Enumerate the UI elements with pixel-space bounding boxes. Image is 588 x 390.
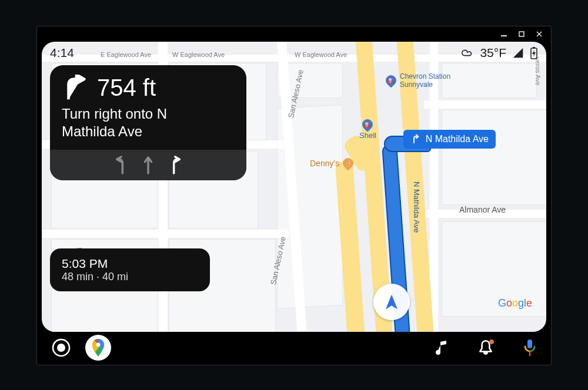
- voice-assistant-button[interactable]: [523, 338, 537, 357]
- temperature: 35°F: [480, 46, 506, 60]
- cell-signal-icon: [512, 47, 524, 59]
- clock: 4:14: [50, 46, 74, 60]
- circle-target-icon: [51, 338, 71, 358]
- eta-card[interactable]: 5:03 PM 48 min · 40 mi: [50, 248, 210, 291]
- gas-pin-icon: ⛽: [383, 73, 398, 88]
- status-bar: 4:14 35°F: [42, 42, 546, 64]
- poi-shell[interactable]: ⛽ Shell: [359, 119, 376, 140]
- lane-left-icon: [112, 155, 128, 175]
- eta-detail: 48 min · 40 mi: [62, 271, 198, 283]
- svg-point-5: [57, 344, 65, 352]
- distance: 754 ft: [97, 75, 156, 101]
- svg-point-6: [96, 343, 101, 347]
- road-label-mathilda: N Mathilda Ave: [412, 181, 421, 233]
- instruction-line1: Turn right onto N: [62, 105, 235, 123]
- svg-rect-3: [533, 47, 535, 49]
- poi-dennys[interactable]: Denny's 🍴: [310, 158, 353, 169]
- poi-shell-label: Shell: [359, 131, 376, 140]
- close-button[interactable]: [531, 28, 547, 40]
- current-location-cursor[interactable]: [373, 284, 410, 320]
- lane-straight-icon: [141, 155, 156, 175]
- content-area: E Eaglewood Ave W Eaglewood Ave W Eaglew…: [42, 42, 546, 332]
- navigation-arrow-icon: [383, 293, 400, 311]
- battery-icon: [530, 46, 538, 59]
- lane-guidance: [50, 150, 246, 180]
- maximize-button[interactable]: [513, 28, 530, 40]
- poi-chevron[interactable]: ⛽ Chevron Station Sunnyvale: [386, 72, 455, 89]
- notifications-button[interactable]: [478, 339, 493, 357]
- google-maps-icon: [91, 339, 105, 357]
- lane-right-icon: [169, 155, 184, 175]
- maps-app-button[interactable]: [85, 335, 111, 361]
- current-street-pill[interactable]: N Mathilda Ave: [403, 130, 496, 149]
- svg-rect-7: [527, 339, 532, 348]
- eta-arrival: 5:03 PM: [62, 257, 198, 271]
- instruction-line2: Mathilda Ave: [62, 123, 235, 140]
- turn-right-arrow-icon: [62, 75, 89, 102]
- launcher-button[interactable]: [51, 338, 71, 358]
- road-label-almanor: Almanor Ave: [459, 205, 506, 214]
- google-attribution: Google: [498, 297, 532, 310]
- turn-right-icon: [410, 134, 421, 144]
- poi-dennys-label: Denny's: [310, 159, 339, 168]
- svg-rect-1: [519, 32, 524, 36]
- weather-icon: [461, 46, 474, 59]
- music-button[interactable]: [435, 339, 449, 356]
- microphone-icon: [523, 338, 537, 357]
- dock: [42, 333, 546, 362]
- titlebar: [37, 26, 551, 42]
- notification-dot: [489, 339, 494, 344]
- poi-chevron-label: Chevron Station Sunnyvale: [400, 72, 455, 89]
- gas-pin-icon: ⛽: [360, 117, 375, 132]
- svg-rect-0: [501, 35, 507, 36]
- minimize-button[interactable]: [496, 28, 512, 40]
- app-window: E Eaglewood Ave W Eaglewood Ave W Eaglew…: [36, 26, 552, 365]
- navigation-card: 754 ft Turn right onto N Mathilda Ave: [50, 65, 246, 180]
- music-note-icon: [435, 339, 449, 356]
- current-street-label: N Mathilda Ave: [426, 134, 489, 144]
- restaurant-pin-icon: 🍴: [340, 156, 355, 170]
- instruction: Turn right onto N Mathilda Ave: [50, 105, 246, 150]
